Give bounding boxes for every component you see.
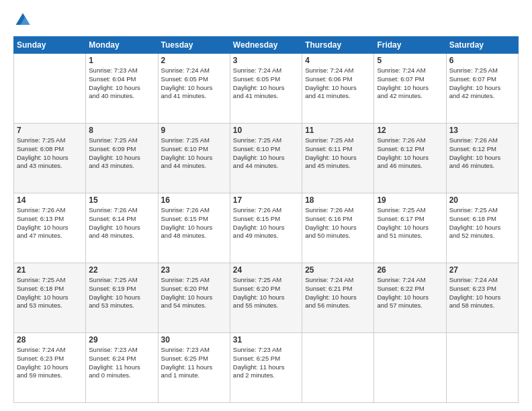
day-number: 9 bbox=[161, 126, 227, 135]
calendar-header-tuesday: Tuesday bbox=[158, 37, 230, 54]
day-info: Sunrise: 7:25 AM Sunset: 6:09 PM Dayligh… bbox=[89, 136, 154, 171]
calendar-cell: 24Sunrise: 7:25 AM Sunset: 6:20 PM Dayli… bbox=[230, 263, 302, 333]
day-number: 17 bbox=[233, 195, 299, 205]
day-number: 25 bbox=[305, 265, 371, 275]
day-number: 14 bbox=[17, 195, 83, 205]
day-number: 8 bbox=[89, 126, 154, 135]
calendar-cell: 19Sunrise: 7:25 AM Sunset: 6:17 PM Dayli… bbox=[374, 193, 446, 263]
day-info: Sunrise: 7:24 AM Sunset: 6:06 PM Dayligh… bbox=[305, 66, 371, 101]
calendar-cell bbox=[14, 54, 86, 124]
day-info: Sunrise: 7:26 AM Sunset: 6:13 PM Dayligh… bbox=[17, 206, 83, 240]
calendar-cell: 14Sunrise: 7:26 AM Sunset: 6:13 PM Dayli… bbox=[14, 193, 86, 263]
calendar-header-monday: Monday bbox=[86, 37, 158, 54]
day-number: 16 bbox=[161, 195, 227, 205]
day-info: Sunrise: 7:24 AM Sunset: 6:22 PM Dayligh… bbox=[377, 276, 443, 310]
day-number: 26 bbox=[377, 265, 443, 275]
calendar-cell: 11Sunrise: 7:25 AM Sunset: 6:11 PM Dayli… bbox=[302, 124, 374, 193]
day-number: 28 bbox=[17, 335, 83, 345]
day-info: Sunrise: 7:23 AM Sunset: 6:25 PM Dayligh… bbox=[233, 346, 299, 380]
day-number: 27 bbox=[449, 265, 515, 275]
calendar-cell: 16Sunrise: 7:26 AM Sunset: 6:15 PM Dayli… bbox=[158, 193, 230, 263]
calendar-cell bbox=[446, 333, 518, 403]
calendar-cell: 18Sunrise: 7:26 AM Sunset: 6:16 PM Dayli… bbox=[302, 193, 374, 263]
calendar-header-row: SundayMondayTuesdayWednesdayThursdayFrid… bbox=[14, 37, 519, 54]
day-number: 4 bbox=[305, 56, 371, 65]
calendar-cell: 28Sunrise: 7:24 AM Sunset: 6:23 PM Dayli… bbox=[14, 333, 86, 403]
calendar-cell: 25Sunrise: 7:24 AM Sunset: 6:21 PM Dayli… bbox=[302, 263, 374, 333]
calendar-week-row: 1Sunrise: 7:23 AM Sunset: 6:04 PM Daylig… bbox=[14, 54, 519, 124]
day-number: 15 bbox=[89, 195, 154, 205]
day-info: Sunrise: 7:25 AM Sunset: 6:07 PM Dayligh… bbox=[449, 66, 515, 101]
calendar-cell: 1Sunrise: 7:23 AM Sunset: 6:04 PM Daylig… bbox=[86, 54, 158, 124]
calendar-cell: 30Sunrise: 7:23 AM Sunset: 6:25 PM Dayli… bbox=[158, 333, 230, 403]
day-number: 31 bbox=[233, 335, 299, 345]
calendar-cell: 7Sunrise: 7:25 AM Sunset: 6:08 PM Daylig… bbox=[14, 124, 86, 193]
logo bbox=[13, 11, 35, 30]
day-info: Sunrise: 7:26 AM Sunset: 6:15 PM Dayligh… bbox=[161, 206, 227, 240]
day-info: Sunrise: 7:24 AM Sunset: 6:05 PM Dayligh… bbox=[233, 66, 299, 101]
day-number: 13 bbox=[449, 126, 515, 135]
calendar-cell: 22Sunrise: 7:25 AM Sunset: 6:19 PM Dayli… bbox=[86, 263, 158, 333]
day-number: 22 bbox=[89, 265, 154, 275]
calendar-header-sunday: Sunday bbox=[14, 37, 86, 54]
day-number: 23 bbox=[161, 265, 227, 275]
calendar-cell: 31Sunrise: 7:23 AM Sunset: 6:25 PM Dayli… bbox=[230, 333, 302, 403]
day-info: Sunrise: 7:26 AM Sunset: 6:16 PM Dayligh… bbox=[305, 206, 371, 240]
day-info: Sunrise: 7:25 AM Sunset: 6:18 PM Dayligh… bbox=[17, 276, 83, 310]
day-number: 19 bbox=[377, 195, 443, 205]
calendar-header-saturday: Saturday bbox=[446, 37, 518, 54]
day-number: 10 bbox=[233, 126, 299, 135]
calendar-cell: 15Sunrise: 7:26 AM Sunset: 6:14 PM Dayli… bbox=[86, 193, 158, 263]
day-number: 1 bbox=[89, 56, 154, 65]
calendar-cell: 12Sunrise: 7:26 AM Sunset: 6:12 PM Dayli… bbox=[374, 124, 446, 193]
calendar-cell: 13Sunrise: 7:26 AM Sunset: 6:12 PM Dayli… bbox=[446, 124, 518, 193]
day-info: Sunrise: 7:26 AM Sunset: 6:14 PM Dayligh… bbox=[89, 206, 154, 240]
day-number: 5 bbox=[377, 56, 443, 65]
day-info: Sunrise: 7:25 AM Sunset: 6:10 PM Dayligh… bbox=[161, 136, 227, 171]
day-info: Sunrise: 7:23 AM Sunset: 6:25 PM Dayligh… bbox=[161, 346, 227, 380]
calendar-cell: 21Sunrise: 7:25 AM Sunset: 6:18 PM Dayli… bbox=[14, 263, 86, 333]
day-number: 11 bbox=[305, 126, 371, 135]
day-number: 20 bbox=[449, 195, 515, 205]
calendar-cell: 9Sunrise: 7:25 AM Sunset: 6:10 PM Daylig… bbox=[158, 124, 230, 193]
day-info: Sunrise: 7:26 AM Sunset: 6:15 PM Dayligh… bbox=[233, 206, 299, 240]
calendar-cell: 6Sunrise: 7:25 AM Sunset: 6:07 PM Daylig… bbox=[446, 54, 518, 124]
calendar-cell: 10Sunrise: 7:25 AM Sunset: 6:10 PM Dayli… bbox=[230, 124, 302, 193]
day-info: Sunrise: 7:25 AM Sunset: 6:11 PM Dayligh… bbox=[305, 136, 371, 171]
day-info: Sunrise: 7:24 AM Sunset: 6:23 PM Dayligh… bbox=[449, 276, 515, 310]
day-info: Sunrise: 7:25 AM Sunset: 6:17 PM Dayligh… bbox=[377, 206, 443, 240]
calendar-cell: 23Sunrise: 7:25 AM Sunset: 6:20 PM Dayli… bbox=[158, 263, 230, 333]
day-number: 3 bbox=[233, 56, 299, 65]
day-number: 24 bbox=[233, 265, 299, 275]
day-info: Sunrise: 7:23 AM Sunset: 6:04 PM Dayligh… bbox=[89, 66, 154, 101]
calendar-cell: 4Sunrise: 7:24 AM Sunset: 6:06 PM Daylig… bbox=[302, 54, 374, 124]
calendar-cell: 26Sunrise: 7:24 AM Sunset: 6:22 PM Dayli… bbox=[374, 263, 446, 333]
day-info: Sunrise: 7:24 AM Sunset: 6:21 PM Dayligh… bbox=[305, 276, 371, 310]
day-info: Sunrise: 7:24 AM Sunset: 6:23 PM Dayligh… bbox=[17, 346, 83, 380]
calendar-week-row: 7Sunrise: 7:25 AM Sunset: 6:08 PM Daylig… bbox=[14, 124, 519, 193]
calendar-cell: 3Sunrise: 7:24 AM Sunset: 6:05 PM Daylig… bbox=[230, 54, 302, 124]
day-number: 6 bbox=[449, 56, 515, 65]
calendar-cell: 5Sunrise: 7:24 AM Sunset: 6:07 PM Daylig… bbox=[374, 54, 446, 124]
calendar-cell: 8Sunrise: 7:25 AM Sunset: 6:09 PM Daylig… bbox=[86, 124, 158, 193]
calendar-cell: 20Sunrise: 7:25 AM Sunset: 6:18 PM Dayli… bbox=[446, 193, 518, 263]
day-info: Sunrise: 7:26 AM Sunset: 6:12 PM Dayligh… bbox=[377, 136, 443, 171]
day-info: Sunrise: 7:25 AM Sunset: 6:20 PM Dayligh… bbox=[233, 276, 299, 310]
day-info: Sunrise: 7:23 AM Sunset: 6:24 PM Dayligh… bbox=[89, 346, 154, 380]
calendar-cell bbox=[302, 333, 374, 403]
calendar-cell: 27Sunrise: 7:24 AM Sunset: 6:23 PM Dayli… bbox=[446, 263, 518, 333]
day-number: 7 bbox=[17, 126, 83, 135]
day-info: Sunrise: 7:24 AM Sunset: 6:05 PM Dayligh… bbox=[161, 66, 227, 101]
calendar-cell: 29Sunrise: 7:23 AM Sunset: 6:24 PM Dayli… bbox=[86, 333, 158, 403]
calendar-week-row: 21Sunrise: 7:25 AM Sunset: 6:18 PM Dayli… bbox=[14, 263, 519, 333]
header bbox=[13, 11, 519, 30]
page: SundayMondayTuesdayWednesdayThursdayFrid… bbox=[0, 0, 532, 411]
calendar-table: SundayMondayTuesdayWednesdayThursdayFrid… bbox=[13, 36, 519, 403]
day-info: Sunrise: 7:25 AM Sunset: 6:10 PM Dayligh… bbox=[233, 136, 299, 171]
calendar-cell bbox=[374, 333, 446, 403]
calendar-week-row: 14Sunrise: 7:26 AM Sunset: 6:13 PM Dayli… bbox=[14, 193, 519, 263]
calendar-cell: 2Sunrise: 7:24 AM Sunset: 6:05 PM Daylig… bbox=[158, 54, 230, 124]
day-number: 29 bbox=[89, 335, 154, 345]
day-info: Sunrise: 7:24 AM Sunset: 6:07 PM Dayligh… bbox=[377, 66, 443, 101]
day-number: 2 bbox=[161, 56, 227, 65]
